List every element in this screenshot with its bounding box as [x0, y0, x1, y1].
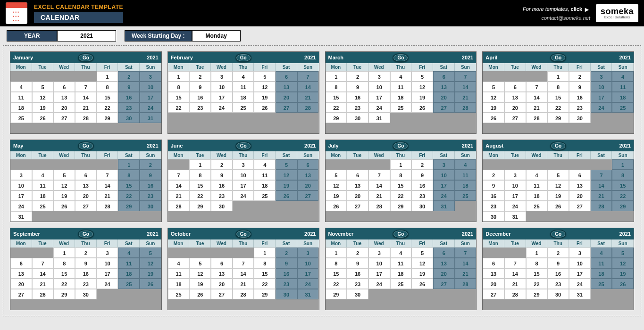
day-cell[interactable]: 28	[504, 289, 526, 299]
day-cell[interactable]: 18	[10, 102, 32, 113]
day-cell[interactable]: 9	[483, 180, 504, 190]
day-cell[interactable]: 26	[411, 102, 433, 113]
day-cell[interactable]: 16	[483, 190, 504, 201]
day-cell[interactable]: 15	[612, 180, 634, 190]
day-cell[interactable]: 20	[10, 279, 32, 289]
day-cell[interactable]: 8	[547, 82, 569, 92]
day-cell[interactable]: 31	[297, 289, 319, 299]
day-cell[interactable]: 29	[118, 201, 140, 211]
day-cell[interactable]: 5	[140, 248, 161, 258]
day-cell[interactable]: 13	[53, 92, 75, 102]
day-cell[interactable]: 16	[411, 180, 433, 190]
day-cell[interactable]: 10	[368, 258, 390, 268]
day-cell[interactable]: 30	[118, 113, 140, 123]
day-cell[interactable]: 26	[411, 279, 433, 289]
day-cell[interactable]: 20	[433, 268, 455, 279]
day-cell[interactable]: 17	[211, 92, 233, 102]
day-cell[interactable]: 17	[569, 268, 591, 279]
day-cell[interactable]: 17	[504, 190, 526, 201]
day-cell[interactable]: 24	[97, 279, 118, 289]
day-cell[interactable]: 18	[390, 92, 412, 102]
day-cell[interactable]: 27	[433, 102, 455, 113]
day-cell[interactable]: 16	[75, 268, 97, 279]
day-cell[interactable]: 15	[53, 268, 75, 279]
day-cell[interactable]: 19	[483, 102, 504, 113]
day-cell[interactable]: 19	[140, 268, 161, 279]
day-cell[interactable]: 24	[569, 279, 591, 289]
day-cell[interactable]: 2	[483, 170, 504, 180]
day-cell[interactable]: 29	[326, 289, 347, 299]
day-cell[interactable]: 18	[254, 180, 276, 190]
day-cell[interactable]: 8	[53, 258, 75, 268]
day-cell[interactable]: 3	[140, 71, 161, 82]
day-cell[interactable]: 11	[32, 180, 54, 190]
go-button[interactable]: Go	[393, 53, 409, 62]
day-cell[interactable]: 4	[10, 82, 32, 92]
day-cell[interactable]: 1	[612, 159, 634, 170]
day-cell[interactable]: 28	[297, 102, 319, 113]
day-cell[interactable]: 25	[390, 102, 412, 113]
day-cell[interactable]: 14	[455, 258, 477, 268]
day-cell[interactable]: 2	[569, 71, 591, 82]
year-input[interactable]: 2021	[57, 30, 116, 41]
day-cell[interactable]: 23	[569, 102, 591, 113]
day-cell[interactable]: 11	[390, 82, 412, 92]
day-cell[interactable]: 13	[569, 180, 591, 190]
day-cell[interactable]: 30	[347, 289, 368, 299]
day-cell[interactable]: 19	[254, 92, 276, 102]
day-cell[interactable]: 23	[483, 201, 504, 211]
day-cell[interactable]: 22	[53, 279, 75, 289]
day-cell[interactable]: 30	[347, 113, 368, 123]
day-cell[interactable]: 18	[390, 268, 412, 279]
day-cell[interactable]: 16	[347, 92, 368, 102]
day-cell[interactable]: 25	[32, 201, 54, 211]
day-cell[interactable]: 23	[411, 190, 433, 201]
day-cell[interactable]: 19	[189, 279, 211, 289]
day-cell[interactable]: 11	[233, 82, 254, 92]
day-cell[interactable]: 25	[168, 289, 190, 299]
day-cell[interactable]: 17	[368, 268, 390, 279]
day-cell[interactable]: 31	[504, 211, 526, 222]
day-cell[interactable]: 29	[97, 113, 118, 123]
day-cell[interactable]: 5	[483, 82, 504, 92]
day-cell[interactable]: 16	[569, 92, 591, 102]
day-cell[interactable]: 3	[591, 71, 612, 82]
day-cell[interactable]: 7	[233, 258, 254, 268]
day-cell[interactable]: 28	[168, 201, 190, 211]
day-cell[interactable]: 23	[118, 102, 140, 113]
day-cell[interactable]: 7	[455, 248, 477, 258]
day-cell[interactable]: 2	[211, 159, 233, 170]
day-cell[interactable]: 18	[455, 180, 477, 190]
day-cell[interactable]: 15	[390, 180, 412, 190]
day-cell[interactable]: 30	[411, 201, 433, 211]
day-cell[interactable]: 2	[118, 71, 140, 82]
day-cell[interactable]: 14	[97, 180, 118, 190]
day-cell[interactable]: 26	[53, 201, 75, 211]
day-cell[interactable]: 25	[390, 279, 412, 289]
day-cell[interactable]: 30	[569, 113, 591, 123]
day-cell[interactable]: 18	[118, 268, 140, 279]
day-cell[interactable]: 14	[75, 92, 97, 102]
day-cell[interactable]: 11	[455, 170, 477, 180]
day-cell[interactable]: 8	[326, 258, 347, 268]
day-cell[interactable]: 3	[233, 159, 254, 170]
day-cell[interactable]: 9	[347, 258, 368, 268]
day-cell[interactable]: 26	[254, 102, 276, 113]
day-cell[interactable]: 4	[591, 248, 612, 258]
day-cell[interactable]: 16	[211, 180, 233, 190]
day-cell[interactable]: 17	[368, 92, 390, 102]
day-cell[interactable]: 15	[326, 268, 347, 279]
day-cell[interactable]: 17	[297, 268, 319, 279]
day-cell[interactable]: 1	[254, 248, 276, 258]
day-cell[interactable]: 14	[168, 180, 190, 190]
day-cell[interactable]: 6	[211, 258, 233, 268]
day-cell[interactable]: 20	[483, 279, 504, 289]
day-cell[interactable]: 19	[612, 268, 634, 279]
day-cell[interactable]: 25	[591, 279, 612, 289]
day-cell[interactable]: 11	[591, 258, 612, 268]
day-cell[interactable]: 26	[547, 201, 569, 211]
day-cell[interactable]: 7	[526, 82, 548, 92]
day-cell[interactable]: 8	[254, 258, 276, 268]
day-cell[interactable]: 2	[547, 248, 569, 258]
go-button[interactable]: Go	[78, 53, 94, 62]
